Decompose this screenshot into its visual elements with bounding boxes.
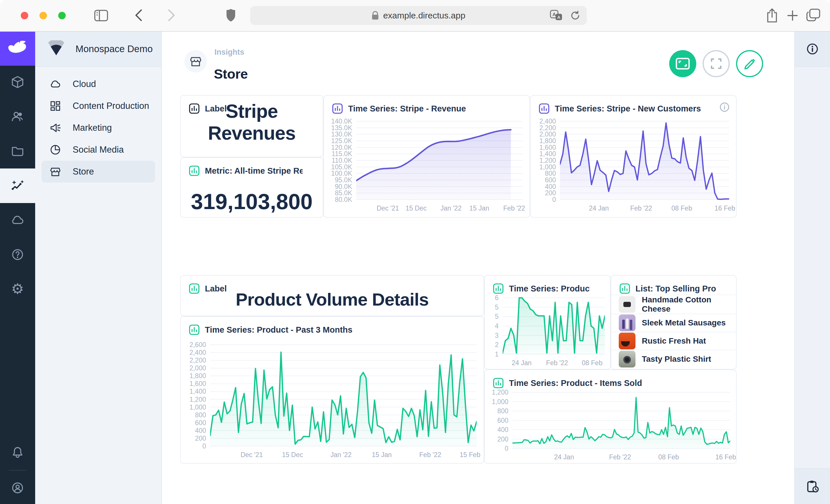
module-files-icon[interactable] — [0, 134, 35, 168]
dashboard-workspace: Insights Store Label Stripe Revenues — [162, 32, 794, 504]
panel-label-stripe[interactable]: Label Stripe Revenues — [180, 95, 323, 157]
project-switcher[interactable]: Monospace Demo — [35, 32, 161, 67]
storefront-icon — [189, 55, 202, 68]
sidebar-item-label: Social Media — [73, 144, 124, 155]
sidebar-item-store[interactable]: Store — [41, 161, 155, 182]
info-icon — [806, 43, 819, 55]
zoom-window-button[interactable] — [58, 12, 66, 19]
directus-rabbit-icon — [7, 41, 28, 57]
panel-chart-icon — [493, 283, 504, 294]
info-icon[interactable] — [719, 102, 730, 112]
project-sidebar: Monospace Demo Cloud Content Production … — [35, 32, 162, 504]
label-text: Stripe Revenues — [187, 100, 317, 144]
module-content-icon[interactable] — [0, 65, 35, 99]
directus-logo[interactable] — [0, 32, 35, 66]
panel-chart-icon — [619, 283, 630, 294]
edit-dashboard-button[interactable] — [736, 50, 763, 77]
browser-window: example.directus.app AA — [0, 0, 830, 504]
panel-product-past-3-months[interactable]: Time Series: Product - Past 3 Months 2,6… — [180, 316, 484, 464]
module-settings-icon[interactable]: ⚙ — [0, 272, 35, 306]
window-controls — [21, 12, 66, 19]
back-button-icon[interactable] — [134, 9, 143, 22]
browser-toolbar: example.directus.app AA — [0, 0, 830, 32]
sidebar-item-label: Content Production — [73, 101, 149, 111]
panel-product-restocks[interactable]: Time Series: Product - Restocks 6554321 … — [484, 275, 611, 370]
minimize-window-button[interactable] — [39, 12, 47, 19]
new-tab-icon[interactable] — [786, 9, 799, 22]
module-cloud-icon[interactable] — [0, 203, 35, 237]
panel-product-items-sold[interactable]: Time Series: Product - Items Sold 1,2001… — [484, 370, 737, 464]
list-item[interactable]: Handmade Cotton Cheese — [611, 295, 736, 314]
page-title: Store — [214, 66, 248, 82]
product-thumbnail — [619, 314, 635, 331]
breadcrumb[interactable]: Insights — [215, 48, 245, 57]
sidebar-item-social-media[interactable]: Social Media — [41, 139, 155, 161]
panel-title: Time Series: Product - Restocks — [509, 284, 590, 294]
panel-chart-icon — [189, 324, 200, 335]
list-item[interactable]: Tasty Plastic Shirt — [611, 349, 736, 368]
sidebar-item-label: Store — [73, 166, 94, 177]
close-window-button[interactable] — [21, 12, 28, 19]
svg-text:A: A — [557, 15, 561, 20]
storefront-icon — [50, 166, 61, 177]
share-icon[interactable] — [765, 7, 779, 24]
pie-chart-icon — [50, 144, 61, 156]
product-thumbnail — [619, 296, 635, 313]
panel-title: Time Series: Stripe - New Customers — [555, 104, 701, 113]
panel-stripe-new-customers[interactable]: Time Series: Stripe - New Customers 2,40… — [530, 95, 737, 218]
fit-dashboard-button[interactable] — [669, 50, 696, 77]
panel-top-selling-products[interactable]: List: Top Selling Products Handmade Cott… — [611, 275, 737, 370]
panel-chart-icon — [332, 103, 343, 114]
svg-text:A: A — [552, 12, 556, 17]
panel-title: Metric: All-time Stripe Revenues — [205, 166, 302, 176]
address-bar[interactable]: example.directus.app AA — [250, 6, 587, 25]
activity-log-button[interactable] — [795, 468, 830, 504]
panel-stripe-revenue[interactable]: Time Series: Stripe - Revenue 140.0K135.… — [323, 95, 530, 218]
module-insights-icon[interactable] — [0, 168, 35, 203]
product-name: Rustic Fresh Hat — [642, 336, 706, 346]
sidebar-item-content-production[interactable]: Content Production — [41, 95, 155, 117]
list-item[interactable]: Rustic Fresh Hat — [611, 332, 736, 350]
panel-chart-icon — [539, 103, 550, 114]
module-bar: ⚙ — [0, 32, 35, 504]
reload-icon[interactable] — [570, 6, 580, 25]
cloud-icon — [50, 78, 61, 90]
panel-label-product[interactable]: Label Product Volume Details — [180, 275, 484, 316]
product-restocks-chart: 6554321 24 JanFeb '2208 Feb — [489, 296, 605, 367]
tab-overview-icon[interactable] — [806, 8, 821, 23]
sidebar-item-label: Cloud — [73, 79, 96, 89]
product-name: Sleek Metal Sausages — [642, 318, 726, 328]
notifications-bell-icon[interactable] — [0, 435, 35, 470]
privacy-shield-icon[interactable] — [225, 8, 236, 23]
sidebar-item-label: Marketing — [73, 123, 112, 133]
dashboard-icon-badge — [185, 50, 207, 73]
module-users-icon[interactable] — [0, 99, 35, 134]
dashboard-nav: Cloud Content Production Marketing Socia… — [35, 67, 161, 182]
dashboard-grid-icon — [50, 100, 61, 112]
fullscreen-button[interactable] — [703, 50, 730, 77]
sidebar-item-cloud[interactable]: Cloud — [41, 73, 155, 95]
panel-title: List: Top Selling Products — [635, 284, 716, 294]
product-name: Handmade Cotton Cheese — [642, 295, 729, 314]
user-avatar[interactable] — [0, 471, 35, 504]
translate-icon[interactable]: AA — [550, 6, 563, 25]
sidebar-item-marketing[interactable]: Marketing — [41, 117, 155, 139]
panel-metric-revenues[interactable]: Metric: All-time Stripe Revenues 319,103… — [180, 157, 323, 218]
panel-chart-icon — [493, 377, 504, 389]
clipboard-clock-icon — [805, 479, 819, 493]
list-item[interactable]: Sleek Metal Sausages — [611, 314, 736, 332]
url-text: example.directus.app — [383, 11, 465, 21]
info-sidebar-button[interactable] — [795, 32, 830, 67]
pencil-icon — [743, 57, 756, 70]
product-thumbnail — [619, 333, 635, 349]
megaphone-icon — [50, 122, 61, 134]
product-name: Tasty Plastic Shirt — [642, 355, 711, 364]
module-help-icon[interactable] — [0, 237, 35, 272]
forward-button-icon[interactable] — [167, 9, 176, 22]
sidebar-toggle-icon[interactable] — [94, 9, 108, 22]
panel-title: Time Series: Stripe - Revenue — [348, 104, 466, 113]
product-past-3-months-chart: 2,6002,4002,2002,0001,8001,6001,4001,200… — [185, 343, 477, 460]
stripe-revenue-chart: 140.0K135.0K130.0K125.0K120.0K115.0K110.… — [328, 120, 522, 214]
project-name: Monospace Demo — [75, 43, 153, 55]
metric-value: 319,103,800 — [181, 189, 323, 214]
